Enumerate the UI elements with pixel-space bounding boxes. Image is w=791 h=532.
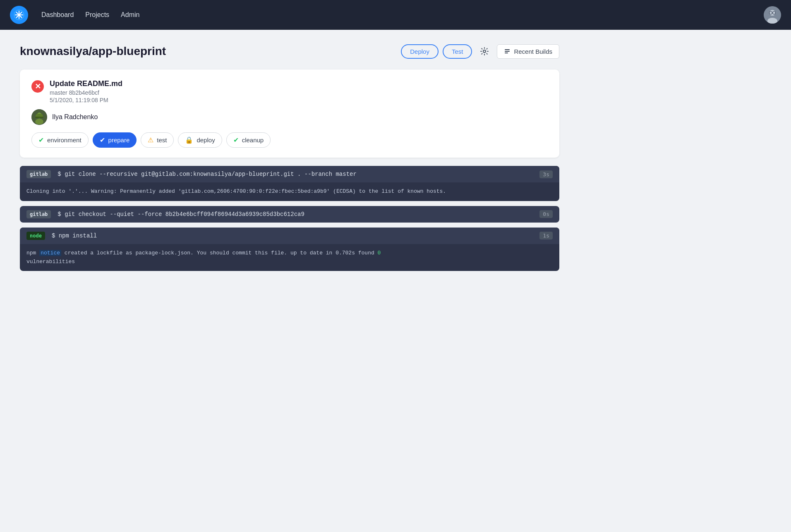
terminal-git-checkout: gitlab $ git checkout --quiet --force 8b…: [20, 206, 559, 223]
list-icon: [504, 48, 511, 55]
terminal-npm-install: node $ npm install 1s npm notice created…: [20, 228, 559, 271]
build-info-row: ✕ Update README.md master 8b2b4e6bcf 5/1…: [31, 79, 548, 103]
stage-test[interactable]: ⚠ test: [141, 132, 174, 148]
build-meta: Update README.md master 8b2b4e6bcf 5/1/2…: [50, 79, 122, 103]
build-time: 5/1/2020, 11:19:08 PM: [50, 97, 122, 103]
svg-rect-14: [35, 117, 43, 118]
stage-test-label: test: [157, 137, 167, 144]
gear-icon: [480, 47, 489, 55]
stage-cleanup[interactable]: ✔ cleanup: [226, 132, 271, 148]
page-header: knownasilya/app-blueprint Deploy Test Re…: [20, 43, 559, 60]
terminal-tag-1: gitlab: [26, 170, 51, 178]
nav-admin[interactable]: Admin: [121, 11, 139, 19]
page-content: knownasilya/app-blueprint Deploy Test Re…: [0, 30, 579, 289]
terminal-duration-1: 3s: [539, 170, 553, 178]
svg-rect-10: [505, 53, 508, 53]
stage-cleanup-icon: ✔: [233, 136, 239, 144]
svg-point-13: [35, 119, 43, 125]
svg-point-7: [483, 50, 486, 53]
svg-rect-9: [505, 51, 510, 52]
user-avatar[interactable]: [764, 6, 781, 24]
stage-deploy-label: deploy: [197, 137, 215, 144]
page-title: knownasilya/app-blueprint: [20, 45, 166, 58]
zero-count: 0: [378, 250, 381, 256]
stage-active-icon: ✔: [100, 136, 105, 144]
stage-environment[interactable]: ✔ environment: [31, 132, 89, 148]
nav-dashboard[interactable]: Dashboard: [41, 11, 74, 19]
settings-button[interactable]: [476, 43, 493, 60]
terminal-body-3: npm notice created a lockfile as package…: [20, 244, 559, 271]
deploy-button[interactable]: Deploy: [401, 44, 439, 59]
recent-builds-label: Recent Builds: [514, 48, 552, 55]
pipeline-stages: ✔ environment ✔ prepare ⚠ test 🔒 deploy …: [31, 132, 548, 148]
author-name: Ilya Radchenko: [52, 113, 98, 121]
navbar-links: Dashboard Projects Admin: [41, 11, 750, 19]
terminal-header-1: gitlab $ git clone --recursive git@gitla…: [20, 166, 559, 182]
terminal-header-3: node $ npm install 1s: [20, 228, 559, 244]
header-actions: Deploy Test Recent Builds: [401, 43, 559, 60]
nav-projects[interactable]: Projects: [85, 11, 109, 19]
stage-environment-label: environment: [47, 137, 81, 144]
app-logo[interactable]: [10, 6, 28, 24]
build-ref: master 8b2b4e6bcf: [50, 89, 122, 96]
terminal-git-clone: gitlab $ git clone --recursive git@gitla…: [20, 166, 559, 201]
stage-prepare-label: prepare: [108, 137, 130, 144]
build-card: ✕ Update README.md master 8b2b4e6bcf 5/1…: [20, 69, 559, 158]
terminal-duration-3: 1s: [539, 232, 553, 240]
terminal-body-1: Cloning into '.'... Warning: Permanently…: [20, 182, 559, 201]
build-title: Update README.md: [50, 79, 122, 88]
terminal-cmd-1: $ git clone --recursive git@gitlab.com:k…: [51, 171, 539, 177]
author-avatar-image: [31, 109, 47, 125]
stage-cleanup-label: cleanup: [242, 137, 264, 144]
recent-builds-button[interactable]: Recent Builds: [497, 44, 559, 59]
terminal-tag-3: node: [26, 232, 45, 240]
stage-locked-icon: 🔒: [185, 136, 193, 144]
stage-prepare[interactable]: ✔ prepare: [93, 132, 137, 148]
terminal-cmd-3: $ npm install: [45, 232, 539, 239]
test-button[interactable]: Test: [443, 44, 472, 59]
stage-warning-icon: ⚠: [148, 136, 153, 144]
navbar: Dashboard Projects Admin: [0, 0, 791, 30]
build-author-row: Ilya Radchenko: [31, 109, 548, 125]
terminal-tag-2: gitlab: [26, 210, 51, 218]
build-status-icon: ✕: [31, 80, 44, 93]
svg-rect-8: [505, 49, 510, 50]
stage-deploy[interactable]: 🔒 deploy: [178, 132, 222, 148]
notice-highlight: notice: [39, 250, 61, 256]
terminal-header-2: gitlab $ git checkout --quiet --force 8b…: [20, 206, 559, 223]
terminal-duration-2: 0s: [539, 210, 553, 218]
error-icon: ✕: [31, 80, 44, 93]
stage-success-icon: ✔: [38, 136, 44, 144]
terminal-cmd-2: $ git checkout --quiet --force 8b2b4e6bc…: [51, 211, 539, 218]
author-avatar: [31, 109, 47, 125]
